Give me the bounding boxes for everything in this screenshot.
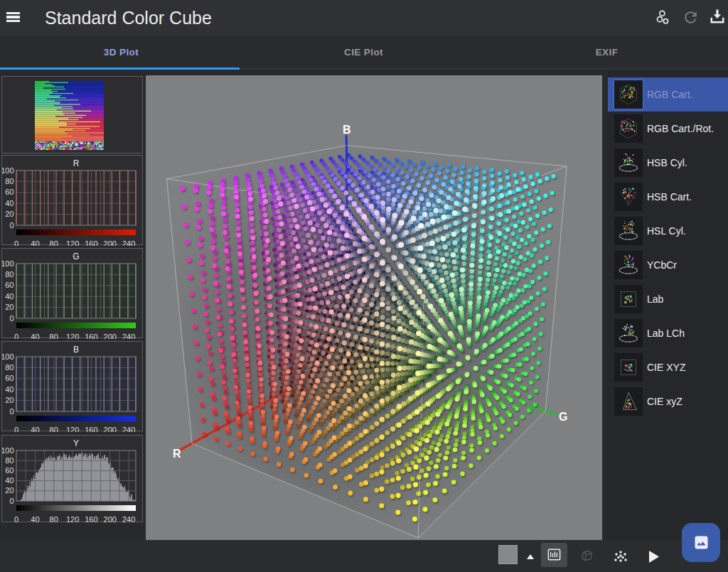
svg-text:80: 80 [5,363,14,372]
svg-text:240: 240 [122,426,135,432]
svg-text:160: 160 [85,515,97,523]
svg-text:0: 0 [9,221,14,230]
svg-text:80: 80 [50,333,58,339]
svg-text:40: 40 [31,426,39,432]
svg-text:0: 0 [9,407,14,416]
svg-text:160: 160 [85,426,97,432]
svg-text:0: 0 [14,515,18,523]
svg-text:200: 200 [104,426,117,432]
svg-text:0: 0 [9,314,14,323]
svg-text:60: 60 [5,374,14,382]
svg-text:0: 0 [9,497,14,505]
svg-text:160: 160 [85,239,97,246]
svg-text:40: 40 [5,385,14,394]
svg-text:80: 80 [5,456,14,465]
svg-text:20: 20 [5,210,14,218]
svg-text:200: 200 [104,515,117,523]
svg-text:160: 160 [85,333,97,339]
svg-text:60: 60 [5,281,14,289]
svg-text:40: 40 [31,515,39,523]
svg-text:100: 100 [2,352,14,361]
svg-text:120: 120 [66,333,79,339]
svg-text:B: B [343,124,351,136]
svg-text:0: 0 [14,239,18,246]
svg-text:80: 80 [5,177,14,185]
svg-text:B: B [73,345,79,355]
svg-text:240: 240 [122,515,135,523]
svg-text:20: 20 [5,303,14,311]
svg-text:Y: Y [73,438,79,448]
svg-text:200: 200 [104,333,117,339]
svg-text:120: 120 [66,239,79,246]
svg-text:R: R [173,448,181,460]
svg-text:100: 100 [2,446,14,455]
svg-text:100: 100 [2,259,14,268]
svg-text:20: 20 [5,396,14,404]
svg-text:80: 80 [5,270,14,279]
svg-text:240: 240 [122,239,135,246]
svg-text:R: R [73,158,80,168]
svg-text:120: 120 [66,426,79,432]
svg-text:40: 40 [5,476,14,485]
svg-text:0: 0 [14,426,18,432]
svg-text:20: 20 [5,486,14,495]
svg-text:40: 40 [5,292,14,301]
svg-text:120: 120 [66,515,79,523]
svg-text:80: 80 [50,239,58,246]
svg-text:0: 0 [14,333,18,339]
svg-text:100: 100 [2,166,14,175]
svg-text:60: 60 [5,188,14,196]
svg-text:80: 80 [50,426,58,432]
svg-text:G: G [559,411,567,423]
svg-text:G: G [73,252,79,261]
svg-text:80: 80 [50,515,58,523]
svg-text:200: 200 [104,239,117,246]
svg-text:40: 40 [31,333,39,339]
svg-text:40: 40 [5,199,14,207]
svg-text:60: 60 [5,466,14,475]
svg-text:240: 240 [122,333,135,339]
svg-text:40: 40 [31,239,39,246]
